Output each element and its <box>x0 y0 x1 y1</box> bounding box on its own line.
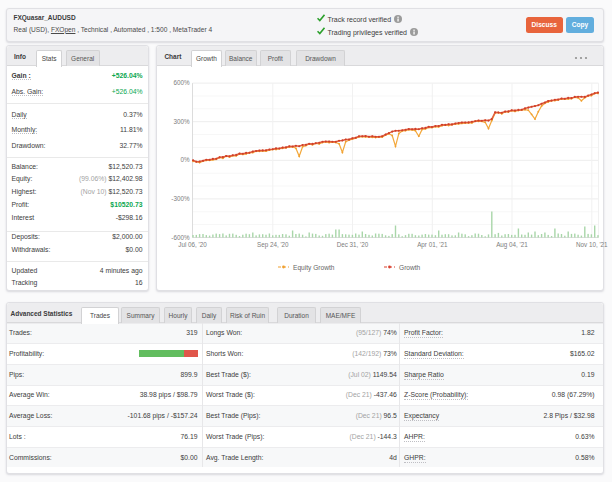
svg-text:600%: 600% <box>173 79 190 86</box>
svg-text:Equity Growth: Equity Growth <box>293 264 335 272</box>
svg-text:Sep 24, '20: Sep 24, '20 <box>257 241 289 249</box>
svg-text:Nov 10, '21: Nov 10, '21 <box>576 241 608 248</box>
svg-text:0%: 0% <box>180 156 190 163</box>
svg-text:-600%: -600% <box>171 234 190 241</box>
svg-text:Dec 31, '20: Dec 31, '20 <box>337 241 369 248</box>
svg-text:Growth: Growth <box>399 264 421 271</box>
svg-text:Apr 01, '21: Apr 01, '21 <box>417 241 448 249</box>
svg-text:300%: 300% <box>173 118 190 125</box>
svg-text:-300%: -300% <box>171 195 190 202</box>
svg-text:Aug 04, '21: Aug 04, '21 <box>496 241 528 249</box>
svg-text:Jul 06, '20: Jul 06, '20 <box>178 241 207 248</box>
